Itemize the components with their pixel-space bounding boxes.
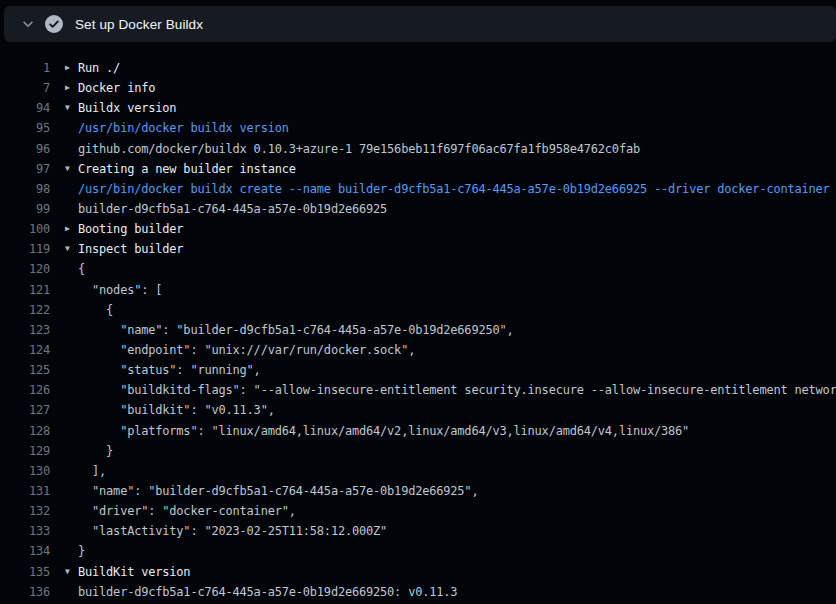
line-number[interactable]: 129	[0, 444, 50, 458]
line-text: }	[78, 444, 836, 458]
log-line-group[interactable]: 119 ▼ Inspect builder	[0, 239, 836, 259]
line-number[interactable]: 130	[0, 464, 50, 478]
line-text: {	[78, 262, 836, 276]
log-scroll-area[interactable]: 1 ▶ Run ./ 7 ▶ Docker info 94 ▼ Buildx v…	[0, 42, 836, 602]
line-text: "platforms": "linux/amd64,linux/amd64/v2…	[78, 424, 836, 438]
line-number[interactable]: 135	[0, 565, 50, 579]
line-text: Booting builder	[78, 222, 836, 236]
line-number[interactable]: 126	[0, 383, 50, 397]
line-number[interactable]: 136	[0, 585, 50, 599]
line-text: BuildKit version	[78, 565, 836, 579]
line-number[interactable]: 121	[0, 283, 50, 297]
log-line: 134 }	[0, 541, 836, 561]
caret-right-icon: ▶	[65, 64, 78, 72]
line-number[interactable]: 133	[0, 524, 50, 538]
line-text: "endpoint": "unix:///var/run/docker.sock…	[78, 343, 836, 357]
log-line: 132 "driver": "docker-container",	[0, 501, 836, 521]
line-number[interactable]: 1	[0, 61, 50, 75]
log-line: 130 ],	[0, 461, 836, 481]
log-line: 96 github.com/docker/buildx 0.10.3+azure…	[0, 139, 836, 159]
log-line: 98 /usr/bin/docker buildx create --name …	[0, 179, 836, 199]
caret-right-icon: ▶	[65, 84, 78, 92]
line-number[interactable]: 132	[0, 504, 50, 518]
step-title: Set up Docker Buildx	[75, 17, 203, 32]
log-line: 124 "endpoint": "unix:///var/run/docker.…	[0, 340, 836, 360]
line-text: "nodes": [	[78, 283, 836, 297]
line-number[interactable]: 94	[0, 101, 50, 115]
log-line-group[interactable]: 135 ▼ BuildKit version	[0, 562, 836, 582]
log-line: 122 {	[0, 300, 836, 320]
line-number[interactable]: 7	[0, 81, 50, 95]
chevron-down-icon[interactable]	[21, 17, 35, 31]
log-line: 99 builder-d9cfb5a1-c764-445a-a57e-0b19d…	[0, 199, 836, 219]
log-line-group[interactable]: 100 ▶ Booting builder	[0, 219, 836, 239]
log-line: 136 builder-d9cfb5a1-c764-445a-a57e-0b19…	[0, 582, 836, 602]
caret-right-icon: ▶	[65, 225, 78, 233]
line-text: Run ./	[78, 61, 836, 75]
log-line: 133 "lastActivity": "2023-02-25T11:58:12…	[0, 521, 836, 541]
line-text: ],	[78, 464, 836, 478]
line-text: "name": "builder-d9cfb5a1-c764-445a-a57e…	[78, 323, 836, 337]
line-number[interactable]: 123	[0, 323, 50, 337]
line-text: "driver": "docker-container",	[78, 504, 836, 518]
line-text: /usr/bin/docker buildx version	[78, 121, 836, 135]
line-text: builder-d9cfb5a1-c764-445a-a57e-0b19d2e6…	[78, 585, 836, 599]
log-line-group[interactable]: 7 ▶ Docker info	[0, 78, 836, 98]
log-line: 127 "buildkit": "v0.11.3",	[0, 400, 836, 420]
line-text: github.com/docker/buildx 0.10.3+azure-1 …	[78, 142, 836, 156]
check-circle-icon	[45, 15, 63, 33]
caret-down-icon: ▼	[65, 165, 78, 173]
line-number[interactable]: 95	[0, 121, 50, 135]
log-line: 123 "name": "builder-d9cfb5a1-c764-445a-…	[0, 320, 836, 340]
caret-down-icon: ▼	[65, 245, 78, 253]
line-number[interactable]: 98	[0, 182, 50, 196]
line-text: "buildkitd-flags": "--allow-insecure-ent…	[78, 383, 836, 397]
caret-down-icon: ▼	[65, 104, 78, 112]
line-text: builder-d9cfb5a1-c764-445a-a57e-0b19d2e6…	[78, 202, 836, 216]
log-line-group[interactable]: 1 ▶ Run ./	[0, 58, 836, 78]
log-line: 95 /usr/bin/docker buildx version	[0, 118, 836, 138]
log-line: 121 "nodes": [	[0, 280, 836, 300]
log-line: 129 }	[0, 441, 836, 461]
line-number[interactable]: 119	[0, 242, 50, 256]
line-text: }	[78, 544, 836, 558]
line-number[interactable]: 96	[0, 142, 50, 156]
log-line: 126 "buildkitd-flags": "--allow-insecure…	[0, 380, 836, 400]
line-text: Creating a new builder instance	[78, 162, 836, 176]
log-line: 131 "name": "builder-d9cfb5a1-c764-445a-…	[0, 481, 836, 501]
line-text: /usr/bin/docker buildx create --name bui…	[78, 182, 836, 196]
line-number[interactable]: 127	[0, 403, 50, 417]
line-number[interactable]: 131	[0, 484, 50, 498]
log-line: 120 {	[0, 259, 836, 279]
line-text: {	[78, 303, 836, 317]
line-number[interactable]: 125	[0, 363, 50, 377]
log-line-group[interactable]: 94 ▼ Buildx version	[0, 98, 836, 118]
line-number[interactable]: 124	[0, 343, 50, 357]
line-number[interactable]: 122	[0, 303, 50, 317]
caret-down-icon: ▼	[65, 568, 78, 576]
line-number[interactable]: 99	[0, 202, 50, 216]
line-text: "lastActivity": "2023-02-25T11:58:12.000…	[78, 524, 836, 538]
line-text: Docker info	[78, 81, 836, 95]
line-number[interactable]: 120	[0, 262, 50, 276]
line-text: "name": "builder-d9cfb5a1-c764-445a-a57e…	[78, 484, 836, 498]
line-number[interactable]: 100	[0, 222, 50, 236]
line-text: Inspect builder	[78, 242, 836, 256]
line-text: "status": "running",	[78, 363, 836, 377]
log-line: 128 "platforms": "linux/amd64,linux/amd6…	[0, 421, 836, 441]
line-number[interactable]: 97	[0, 162, 50, 176]
line-number[interactable]: 134	[0, 544, 50, 558]
line-text: Buildx version	[78, 101, 836, 115]
step-header[interactable]: Set up Docker Buildx	[4, 6, 836, 42]
line-text: "buildkit": "v0.11.3",	[78, 403, 836, 417]
log-line-group[interactable]: 97 ▼ Creating a new builder instance	[0, 159, 836, 179]
line-number[interactable]: 128	[0, 424, 50, 438]
log-line: 125 "status": "running",	[0, 360, 836, 380]
